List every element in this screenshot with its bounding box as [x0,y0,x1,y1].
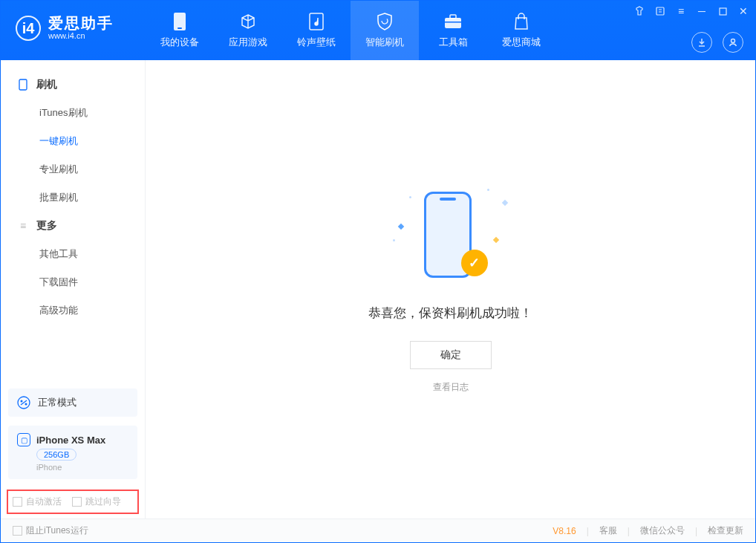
nav-label: 工具箱 [439,36,468,49]
checkbox-label: 自动激活 [26,495,62,508]
svg-rect-7 [720,8,726,15]
logo-icon: i4 [16,16,41,41]
shield-refresh-icon [375,12,394,31]
close-button[interactable]: ✕ [737,5,749,17]
nav-toolbox[interactable]: 工具箱 [419,1,487,60]
nav-label: 爱思商城 [502,36,541,49]
maximize-button[interactable] [717,5,729,17]
footer: 阻止iTunes运行 V8.16 | 客服 | 微信公众号 | 检查更新 [1,518,755,542]
bag-icon [512,12,531,31]
svg-rect-9 [19,79,27,90]
music-file-icon [307,12,326,31]
nav-my-device[interactable]: 我的设备 [146,1,214,60]
mode-icon [17,396,30,409]
nav-label: 铃声壁纸 [297,36,336,49]
user-account-button[interactable] [723,32,743,53]
svg-rect-5 [445,22,461,23]
section-title: 更多 [36,219,57,233]
device-storage-badge: 256GB [36,449,76,461]
nav-label: 应用游戏 [229,36,267,49]
block-itunes-checkbox[interactable]: 阻止iTunes运行 [13,524,88,537]
nav-label: 智能刷机 [365,36,404,49]
view-log-link[interactable]: 查看日志 [433,381,469,394]
check-seal-icon: ✓ [461,250,488,276]
version-label: V8.16 [553,526,576,536]
sidebar-item-itunes-flash[interactable]: iTunes刷机 [1,99,145,127]
checkbox-label: 阻止iTunes运行 [26,524,88,537]
sidebar-item-oneclick-flash[interactable]: 一键刷机 [1,127,145,155]
svg-rect-4 [450,15,456,19]
svg-point-12 [25,403,27,406]
section-title: 刷机 [36,78,57,91]
svg-rect-2 [310,13,323,30]
main-content: ✓ 恭喜您，保资料刷机成功啦！ 确定 查看日志 [146,60,755,520]
checkbox-label: 跳过向导 [85,495,121,508]
sidebar-section-flash: 刷机 [1,71,145,99]
phone-icon [170,12,189,31]
toolbox-icon [443,12,463,31]
top-nav: 我的设备 应用游戏 铃声壁纸 智能刷机 工具箱 爱思商城 [146,1,555,60]
sidebar-item-other-tools[interactable]: 其他工具 [1,240,145,268]
nav-flash[interactable]: 智能刷机 [351,1,419,60]
svg-point-11 [21,400,23,403]
svg-rect-1 [177,27,182,29]
phone-small-icon: ▢ [17,433,30,446]
nav-ringtones[interactable]: 铃声壁纸 [282,1,351,60]
header-right [691,32,743,53]
flash-options-row: 自动激活 跳过向导 [7,490,139,514]
minimize-button[interactable]: ─ [696,5,708,17]
svg-rect-6 [656,7,664,15]
nav-label: 我的设备 [160,36,199,49]
footer-link-update[interactable]: 检查更新 [708,524,743,537]
logo: i4 爱思助手 www.i4.cn [1,1,146,41]
svg-rect-3 [445,18,461,28]
cube-icon [238,12,258,31]
feedback-icon[interactable] [654,5,666,17]
device-card[interactable]: ▢ iPhone XS Max 256GB iPhone [8,426,137,479]
list-icon: ≡ [17,220,29,232]
device-name: iPhone XS Max [36,435,105,446]
mode-label: 正常模式 [38,396,76,409]
sidebar-item-pro-flash[interactable]: 专业刷机 [1,155,145,183]
app-url: www.i4.cn [48,30,114,41]
ok-button[interactable]: 确定 [410,341,492,369]
footer-link-support[interactable]: 客服 [599,524,617,537]
header: i4 爱思助手 www.i4.cn 我的设备 应用游戏 铃声壁纸 智能刷机 工具… [1,1,755,60]
device-mode-card[interactable]: 正常模式 [8,388,137,417]
nav-apps[interactable]: 应用游戏 [214,1,282,60]
download-manager-button[interactable] [691,32,712,53]
auto-activate-checkbox[interactable]: 自动激活 [13,495,62,508]
footer-link-wechat[interactable]: 微信公众号 [640,524,685,537]
success-message: 恭喜您，保资料刷机成功啦！ [368,305,532,322]
svg-point-8 [731,39,735,43]
nav-store[interactable]: 爱思商城 [487,1,555,60]
app-name: 爱思助手 [48,16,114,30]
menu-icon[interactable]: ≡ [675,5,687,17]
window-controls: ≡ ─ ✕ [633,5,749,17]
skin-icon[interactable] [633,5,645,17]
sidebar: 刷机 iTunes刷机 一键刷机 专业刷机 批量刷机 ≡ 更多 其他工具 下载固… [1,60,146,520]
device-type: iPhone [36,463,62,472]
sidebar-item-batch-flash[interactable]: 批量刷机 [1,183,145,212]
sidebar-item-download-firmware[interactable]: 下载固件 [1,268,145,296]
device-icon [17,79,29,91]
sidebar-section-more: ≡ 更多 [1,212,145,240]
success-illustration: ✓ [391,187,510,284]
skip-setup-checkbox[interactable]: 跳过向导 [72,495,121,508]
sidebar-item-advanced[interactable]: 高级功能 [1,296,145,325]
